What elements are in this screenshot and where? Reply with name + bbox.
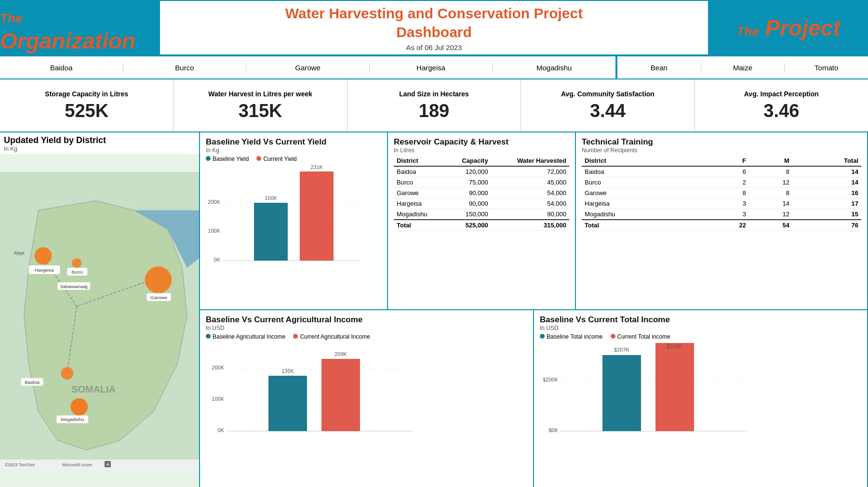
dashboard-date: As of 06 Jul 2023 xyxy=(406,43,462,52)
filter-maize[interactable]: Maize xyxy=(701,64,785,72)
svg-text:200K: 200K xyxy=(212,365,224,370)
middle-section: Baseline Yield Vs Current Yield In Kg Ba… xyxy=(200,132,868,487)
ag-income-legend: Baseline Agricultural Income Current Agr… xyxy=(206,333,527,340)
crop-filters: Bean Maize Tomato xyxy=(617,64,868,72)
svg-text:$0K: $0K xyxy=(548,427,558,433)
filter-bean[interactable]: Bean xyxy=(617,64,701,72)
kpi-perception: Avg. Impact Perception 3.46 xyxy=(695,79,868,132)
kpi-storage-label: Storage Capacity in Litres xyxy=(45,90,128,98)
dashboard-title: Water Harvesting and Conservation Projec… xyxy=(285,4,583,41)
org-logo: The Organization xyxy=(0,0,159,55)
reservoir-subtitle: In Litres xyxy=(394,147,569,154)
svg-text:⊕: ⊕ xyxy=(106,462,110,467)
filter-hargeisa[interactable]: Hargeisa xyxy=(370,64,493,72)
svg-text:SOMALIA: SOMALIA xyxy=(71,384,116,395)
filter-mogadishu[interactable]: Mogadishu xyxy=(493,64,615,72)
total-income-legend: Baseline Total income Current Total inco… xyxy=(540,333,861,340)
svg-text:0K: 0K xyxy=(218,427,225,433)
kpi-perception-value: 3.46 xyxy=(763,101,799,121)
ag-income-title: Baseline Vs Current Agricultural Income xyxy=(206,315,527,325)
training-col-total: Total xyxy=(792,156,861,166)
table-row: Burco 75,000 45,000 xyxy=(394,177,569,188)
svg-text:Jijiga: Jijiga xyxy=(13,250,25,255)
yield-chart-subtitle: In Kg xyxy=(206,147,381,154)
project-name-text: The Project xyxy=(737,15,841,41)
svg-text:135K: 135K xyxy=(281,368,294,374)
svg-text:100K: 100K xyxy=(212,396,224,402)
svg-text:150K: 150K xyxy=(265,195,277,201)
svg-text:0K: 0K xyxy=(214,257,221,263)
training-col-f: F xyxy=(706,156,749,166)
svg-text:209K: 209K xyxy=(334,351,347,357)
svg-rect-34 xyxy=(254,203,288,261)
header-center: Water Harvesting and Conservation Projec… xyxy=(159,0,709,55)
filter-baidoa[interactable]: Baidoa xyxy=(0,64,123,72)
table-row: Garowe 90,000 54,000 xyxy=(394,188,569,198)
svg-text:$200K: $200K xyxy=(543,377,558,382)
kpi-storage: Storage Capacity in Litres 525K xyxy=(0,79,174,132)
kpi-satisfaction-value: 3.44 xyxy=(590,101,626,121)
svg-text:©2023 TomTom: ©2023 TomTom xyxy=(5,462,35,467)
page-header: The Organization Water Harvesting and Co… xyxy=(0,0,868,55)
svg-text:200K: 200K xyxy=(208,199,220,205)
table-row: Mogadishu 150,000 90,000 xyxy=(394,209,569,220)
svg-text:Hargeisa: Hargeisa xyxy=(35,267,54,273)
svg-text:Microsoft Azure: Microsoft Azure xyxy=(62,462,92,467)
total-income-panel: Baseline Vs Current Total Income In USD … xyxy=(534,310,867,487)
reservoir-total-row: Total 525,000 315,000 xyxy=(394,220,569,231)
ag-income-bar-chart: 0K 100K 200K 135K 209K xyxy=(206,343,427,439)
project-logo: The Project xyxy=(709,0,868,55)
training-table: District F M Total Baidoa 6 8 14 xyxy=(582,156,861,231)
filter-bar: Baidoa Burco Garowe Hargeisa Mogadishu B… xyxy=(0,55,868,79)
filter-garowe[interactable]: Garowe xyxy=(246,64,370,72)
svg-rect-36 xyxy=(300,171,334,261)
table-row: Burco 2 12 14 xyxy=(582,177,861,188)
yield-chart-title: Baseline Yield Vs Current Yield xyxy=(206,137,381,147)
kpi-storage-value: 525K xyxy=(65,101,108,121)
svg-text:Mogadishu: Mogadishu xyxy=(61,417,84,422)
map-svg: Hargeisa Jijiga Burco Sabawaanaag Garowe… xyxy=(0,154,199,487)
table-row: Hargeisa 3 14 17 xyxy=(582,198,861,209)
middle-bottom: Baseline Vs Current Agricultural Income … xyxy=(200,310,867,487)
reservoir-col-harvested: Water Harvested xyxy=(491,156,569,166)
kpi-row: Storage Capacity in Litres 525K Water Ha… xyxy=(0,79,868,132)
main-content: Updated Yield by District In Kg Hargeisa xyxy=(0,132,868,487)
training-col-district: District xyxy=(582,156,706,166)
total-income-subtitle: In USD xyxy=(540,325,861,331)
reservoir-col-district: District xyxy=(394,156,446,166)
svg-rect-46 xyxy=(321,359,360,431)
yield-chart-panel: Baseline Yield Vs Current Yield In Kg Ba… xyxy=(200,132,388,309)
svg-rect-44 xyxy=(268,376,307,431)
map-title: Updated Yield by District xyxy=(0,132,199,145)
table-row: Baidoa 6 8 14 xyxy=(582,166,861,177)
svg-point-19 xyxy=(70,398,88,416)
ag-income-subtitle: In USD xyxy=(206,325,527,331)
table-row: Baidoa 120,000 72,000 xyxy=(394,166,569,177)
map-section: Updated Yield by District In Kg Hargeisa xyxy=(0,132,200,487)
table-row: Garowe 8 8 16 xyxy=(582,188,861,198)
table-row: Mogadishu 3 12 15 xyxy=(582,209,861,220)
svg-text:Sabawaanaag: Sabawaanaag xyxy=(60,284,88,289)
training-title: Technical Training xyxy=(582,137,861,147)
total-income-title: Baseline Vs Current Total Income xyxy=(540,315,861,325)
svg-text:Burco: Burco xyxy=(72,270,83,275)
training-col-m: M xyxy=(749,156,792,166)
svg-text:Garowe: Garowe xyxy=(150,295,167,300)
reservoir-col-capacity: Capacity xyxy=(446,156,491,166)
kpi-water-harvest: Water Harvest in Litres per week 315K xyxy=(174,79,347,132)
reservoir-title: Reservoir Capacity & Harvest xyxy=(394,137,569,147)
filter-tomato[interactable]: Tomato xyxy=(785,64,868,72)
training-panel: Technical Training Number of Recipients … xyxy=(576,132,867,309)
reservoir-table: District Capacity Water Harvested Baidoa… xyxy=(394,156,569,231)
svg-rect-54 xyxy=(655,343,694,431)
svg-text:$318K: $318K xyxy=(667,343,682,349)
filter-burco[interactable]: Burco xyxy=(123,64,247,72)
svg-text:231K: 231K xyxy=(310,165,323,170)
kpi-water-value: 315K xyxy=(239,101,282,121)
kpi-land-value: 189 xyxy=(419,101,449,121)
yield-bar-chart: 0K 100K 200K 150K 231K xyxy=(206,165,374,271)
kpi-land-label: Land Size in Hectares xyxy=(399,90,469,98)
map-container: Hargeisa Jijiga Burco Sabawaanaag Garowe… xyxy=(0,154,199,487)
kpi-satisfaction-label: Avg. Community Satisfaction xyxy=(561,90,654,98)
svg-text:Baidoa: Baidoa xyxy=(25,380,40,385)
